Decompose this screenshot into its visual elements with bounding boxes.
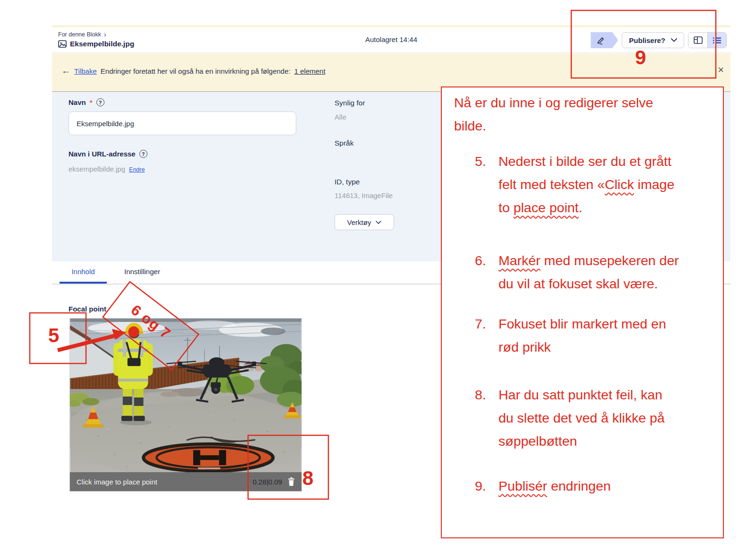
annotation-item-number: 5. [475, 150, 486, 173]
help-icon[interactable]: ? [139, 150, 147, 158]
annotation-number-5: 5 [48, 324, 59, 347]
focal-point-image[interactable]: Click image to place point 0.28|0.09 [69, 318, 302, 492]
tools-dropdown-label: Verktøy [347, 218, 371, 226]
landing-pad [144, 444, 273, 471]
tools-dropdown[interactable]: Verktøy [335, 214, 394, 230]
header: For denne Blokk › Eksempelbilde.jpg Auto… [52, 27, 730, 53]
back-arrow-icon[interactable]: ← [61, 66, 70, 76]
focal-coordinates: 0.28|0.09 [253, 478, 282, 486]
id-type-label: ID, type [335, 178, 360, 186]
tab-innhold[interactable]: Innhold [60, 268, 107, 284]
language-label: Språk [335, 139, 354, 147]
annotation-item-number: 9. [475, 475, 486, 498]
focal-hint-text: Click image to place point [77, 478, 253, 486]
back-link[interactable]: Tilbake [74, 67, 97, 75]
breadcrumb-chevron-icon: › [104, 31, 106, 38]
affected-elements-link[interactable]: 1 element [294, 67, 326, 75]
instruction-panel: Nå er du inne i og redigerer selvebilde.… [441, 86, 724, 538]
breadcrumb: For denne Blokk › Eksempelbilde.jpg [58, 31, 134, 48]
required-asterisk: * [90, 98, 93, 106]
visible-for-value: Alle [335, 113, 346, 121]
tab-innstillinger[interactable]: Innstillinger [124, 268, 160, 276]
chevron-down-icon [376, 221, 381, 224]
trash-icon[interactable] [288, 477, 295, 486]
page-title: Eksempelbilde.jpg [70, 40, 134, 48]
annotation-item-number: 6. [475, 249, 486, 272]
publish-button-label: Publisere? [629, 36, 665, 44]
visible-for-label: Synlig for [335, 99, 365, 107]
panel-layout-icon [694, 36, 703, 44]
panel-layout-button[interactable] [688, 33, 707, 48]
list-view-icon [713, 37, 722, 44]
url-name-value: eksempelbilde.jpg [69, 165, 125, 173]
publish-button[interactable]: Publisere? [622, 32, 684, 48]
view-toggle-group [688, 32, 727, 48]
drone-photo [70, 319, 301, 472]
name-input[interactable] [69, 112, 296, 135]
image-file-icon [58, 40, 67, 48]
annotation-item-number: 7. [475, 312, 486, 336]
page: For denne Blokk › Eksempelbilde.jpg Auto… [0, 0, 756, 553]
chevron-down-icon [671, 38, 677, 42]
name-label: Navn [69, 98, 86, 106]
help-icon[interactable]: ? [96, 98, 104, 106]
close-icon[interactable]: × [718, 65, 724, 75]
pencil-icon [596, 35, 606, 45]
url-name-label: Navn i URL-adresse [69, 150, 136, 158]
panel-intro: Nå er du inne i og redigerer selvebilde. [454, 91, 653, 138]
annotation-number-8: 8 [302, 467, 313, 490]
notification-message: Endringer foretatt her vil også ha en in… [101, 67, 291, 75]
focal-point-label: Focal point [69, 305, 106, 313]
list-view-button[interactable] [707, 33, 726, 48]
annotation-item-number: 8. [475, 383, 486, 406]
focal-point-toolbar: Click image to place point 0.28|0.09 [70, 472, 301, 491]
annotation-number-9: 9 [635, 46, 646, 69]
autosave-status: Autolagret 14:44 [365, 35, 417, 43]
edit-mode-tag[interactable] [591, 32, 618, 48]
url-edit-link[interactable]: Endre [129, 166, 145, 173]
breadcrumb-parent[interactable]: For denne Blokk [58, 31, 101, 38]
id-type-value: 114613, ImageFile [335, 191, 393, 199]
